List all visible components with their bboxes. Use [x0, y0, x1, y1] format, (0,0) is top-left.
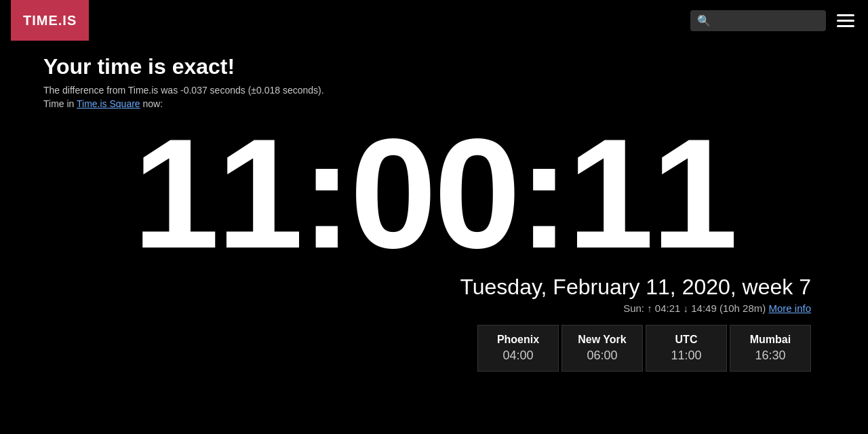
hamburger-menu-button[interactable]: [834, 12, 857, 30]
location-link[interactable]: Time.is Square: [77, 98, 140, 109]
more-info-link[interactable]: More info: [768, 302, 811, 314]
sun-text: Sun: ↑ 04:21 ↓ 14:49 (10h 28m): [623, 302, 768, 314]
header: TIME.IS 🔍: [0, 0, 868, 41]
timezone-row: Phoenix04:00New York06:00UTC11:00Mumbai1…: [43, 325, 825, 372]
hamburger-line-3: [837, 25, 854, 27]
timezone-name: UTC: [660, 334, 713, 346]
timezone-box[interactable]: New York06:00: [561, 325, 643, 372]
timezone-name: New York: [576, 334, 629, 346]
location-prefix: Time in: [43, 98, 77, 109]
clock-digits: 11:00:11: [133, 116, 736, 272]
timezone-time: 06:00: [576, 349, 629, 363]
sun-line: Sun: ↑ 04:21 ↓ 14:49 (10h 28m) More info: [43, 302, 825, 314]
hamburger-line-2: [837, 20, 854, 22]
logo[interactable]: TIME.IS: [11, 0, 89, 41]
timezone-name: Phoenix: [492, 334, 545, 346]
timezone-time: 11:00: [660, 349, 713, 363]
timezone-box[interactable]: Mumbai16:30: [730, 325, 811, 372]
timezone-box[interactable]: Phoenix04:00: [477, 325, 559, 372]
search-icon: 🔍: [697, 14, 711, 27]
header-right: 🔍: [690, 10, 857, 31]
search-box[interactable]: 🔍: [690, 10, 826, 31]
clock-display: 11:00:11: [43, 116, 825, 272]
timezone-name: Mumbai: [744, 334, 797, 346]
hamburger-line-1: [837, 14, 854, 16]
exact-heading: Your time is exact!: [43, 54, 825, 79]
main-content: Your time is exact! The difference from …: [0, 41, 868, 372]
timezone-box[interactable]: UTC11:00: [646, 325, 727, 372]
search-input[interactable]: [715, 15, 819, 26]
timezone-time: 04:00: [492, 349, 545, 363]
diff-text: The difference from Time.is was -0.037 s…: [43, 85, 825, 96]
timezone-time: 16:30: [744, 349, 797, 363]
logo-text: TIME.IS: [23, 13, 77, 28]
